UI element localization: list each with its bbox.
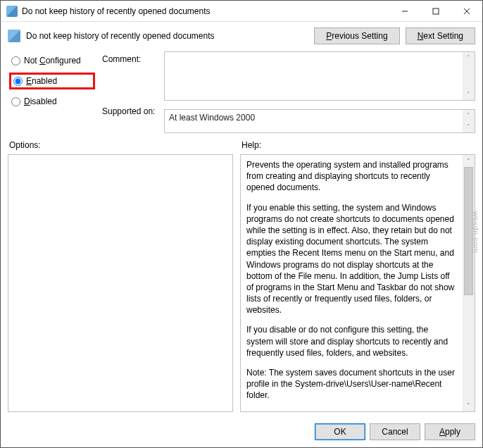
comment-scrollbar[interactable]: ˄ ˅ [463,52,475,100]
state-radio-group: Not Configured Enabled Disabled [9,51,95,133]
options-panel [8,154,233,412]
cancel-button[interactable]: Cancel [370,423,420,440]
window-icon [6,6,18,17]
options-label: Options: [9,140,242,150]
close-button[interactable] [451,1,482,22]
ok-button[interactable]: OK [315,423,365,440]
apply-button[interactable]: Apply [425,423,475,440]
help-scrollbar[interactable]: ˄ ˅ [463,155,475,411]
radio-enabled[interactable]: Enabled [9,73,95,89]
radio-not-configured-label: Not Configured [24,56,81,66]
help-paragraph: Prevents the operating system and instal… [246,159,457,194]
radio-disabled-label: Disabled [24,97,57,106]
help-paragraph: If you disable or do not configure this … [246,324,457,359]
policy-title: Do not keep history of recently opened d… [26,31,215,41]
svg-rect-1 [433,8,439,14]
supported-on-label: Supported on: [102,106,157,116]
next-setting-button[interactable]: Next Setting [406,27,475,44]
dialog-footer: OK Cancel Apply [1,418,482,447]
scroll-up-icon[interactable]: ˄ [463,155,475,167]
help-label: Help: [242,140,261,150]
radio-enabled-label: Enabled [26,76,57,86]
comment-label: Comment: [102,54,157,64]
help-paragraph: Also, see the "Remove Recent Items menu … [246,410,457,411]
comment-textbox[interactable]: ˄ ˅ [164,51,475,101]
scroll-down-icon[interactable]: ˅ [463,399,475,411]
scroll-up-icon: ˄ [463,110,475,121]
maximize-button[interactable] [420,1,451,22]
radio-not-configured-input[interactable] [11,56,20,66]
help-panel: Prevents the operating system and instal… [240,154,475,412]
help-paragraph: Note: The system saves document shortcut… [246,367,457,402]
scrollbar-thumb[interactable] [464,167,473,295]
minimize-button[interactable] [389,1,420,22]
titlebar: Do not keep history of recently opened d… [1,1,482,22]
window-title: Do not keep history of recently opened d… [22,6,211,16]
supported-on-textbox: At least Windows 2000 ˄ ˅ [164,109,475,133]
toolbar: Do not keep history of recently opened d… [1,22,482,49]
previous-setting-button[interactable]: Previous Setting [314,27,399,44]
radio-enabled-input[interactable] [13,77,23,86]
policy-icon [8,30,20,42]
radio-disabled[interactable]: Disabled [9,95,95,108]
help-paragraph: If you enable this setting, the system a… [246,202,457,316]
radio-not-configured[interactable]: Not Configured [9,54,95,67]
scroll-up-icon[interactable]: ˄ [463,52,475,63]
supported-scrollbar: ˄ ˅ [463,110,475,132]
help-text: Prevents the operating system and instal… [241,155,463,411]
scroll-down-icon: ˅ [463,121,475,132]
scroll-down-icon[interactable]: ˅ [463,89,475,100]
radio-disabled-input[interactable] [11,97,20,106]
